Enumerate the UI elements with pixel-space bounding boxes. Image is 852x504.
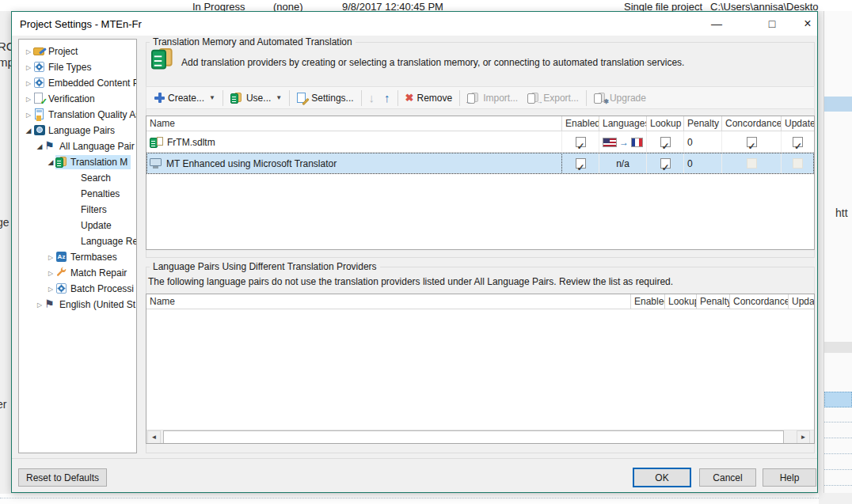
expander-collapsed-icon[interactable]: ▷ [24, 48, 33, 55]
column-header-name[interactable]: Name [146, 294, 631, 309]
tree-item-penalties[interactable]: Penalties [19, 186, 136, 202]
upgrade-label: Upgrade [610, 93, 646, 104]
expander-expanded-icon[interactable]: ◢ [24, 127, 33, 135]
screen: In Progress (none) 9/8/2017 12:40:45 PM … [0, 0, 852, 504]
close-button[interactable]: × [792, 12, 823, 36]
tree-item-language-resources[interactable]: Language Res [19, 233, 136, 249]
tree-item-label: All Language Pair [59, 141, 135, 152]
tree-item-filters[interactable]: Filters [19, 202, 136, 218]
column-header-enabled[interactable]: Enabled [631, 294, 665, 309]
bg-dotted-line [824, 485, 852, 486]
create-button[interactable]: Create... ▼ [150, 89, 220, 108]
reset-to-defaults-button[interactable]: Reset to Defaults [18, 468, 107, 487]
bg-gray-row [824, 342, 852, 353]
scrollbar-thumb[interactable] [163, 430, 784, 444]
update-checkbox[interactable] [793, 158, 803, 169]
tree-item-english-united-states[interactable]: ▷ ⚑ English (United St [19, 297, 136, 313]
column-header-update[interactable]: Upda [789, 294, 814, 309]
tree-item-language-pairs[interactable]: ◢ Language Pairs [19, 123, 136, 138]
tree-item-label: Search [81, 172, 111, 184]
tree-item-translation-memory[interactable]: ◢ Translation M [19, 154, 136, 170]
move-up-button[interactable]: ↑ [379, 89, 395, 108]
tree-item-all-language-pairs[interactable]: ◢ ⚑ All Language Pair [19, 138, 136, 154]
minimize-button[interactable]: — [701, 12, 732, 36]
document-edit-icon [297, 93, 308, 104]
remove-button[interactable]: ✖ Remove [401, 89, 458, 108]
table-row-selected[interactable]: MT Enhanced using Microsoft Translator n… [146, 153, 814, 174]
expander-expanded-icon[interactable]: ◢ [46, 158, 55, 166]
footer-separator [12, 458, 817, 459]
tm-group-title: Translation Memory and Automated Transla… [150, 36, 356, 47]
penalty-cell[interactable]: 0 [684, 153, 722, 174]
expander-collapsed-icon[interactable]: ▷ [24, 64, 33, 71]
tree-item-translation-quality[interactable]: ▷ Translation Quality As [19, 107, 136, 123]
bg-selected-row [824, 392, 852, 407]
horizontal-scrollbar[interactable]: ◄ ► [146, 430, 814, 443]
tree-item-batch-processing[interactable]: ▷ Batch Processi [19, 281, 136, 297]
column-header-penalty[interactable]: Penalty [684, 116, 722, 131]
expander-collapsed-icon[interactable]: ▷ [24, 80, 33, 87]
column-header-update[interactable]: Update [782, 116, 814, 131]
expander-collapsed-icon[interactable]: ▷ [46, 286, 55, 293]
lookup-checkbox[interactable] [660, 137, 671, 147]
tree-item-project[interactable]: ▷ Project [19, 44, 136, 59]
import-button[interactable]: ← Import... [462, 89, 523, 108]
column-header-lookup[interactable]: Lookup [665, 294, 697, 309]
expander-collapsed-icon[interactable]: ▷ [46, 270, 55, 277]
remove-label: Remove [417, 93, 453, 104]
tree-item-update[interactable]: Update [19, 218, 136, 233]
column-header-concordance[interactable]: Concordance [730, 294, 789, 309]
expander-expanded-icon[interactable]: ◢ [35, 142, 44, 150]
column-header-lookup[interactable]: Lookup [647, 116, 684, 131]
lookup-checkbox[interactable] [660, 158, 671, 169]
scroll-left-button[interactable]: ◄ [147, 430, 161, 444]
scroll-right-button[interactable]: ► [797, 430, 810, 444]
enabled-checkbox[interactable] [576, 158, 586, 169]
globe-icon [33, 124, 46, 137]
ok-button[interactable]: OK [633, 468, 691, 487]
concordance-checkbox[interactable] [747, 158, 757, 169]
tree-item-match-repair[interactable]: ▷ Match Repair [19, 265, 136, 281]
column-header-languages[interactable]: Languages [599, 116, 647, 131]
tree-item-file-types[interactable]: ▷ File Types [19, 59, 136, 75]
enabled-checkbox[interactable] [576, 137, 586, 147]
column-header-penalty[interactable]: Penalty [697, 294, 730, 309]
use-label: Use... [246, 93, 271, 104]
update-checkbox[interactable] [793, 137, 803, 147]
tree-item-verification[interactable]: ▷ ✓ Verification [19, 91, 136, 107]
languages-cell: n/a [599, 153, 647, 174]
expander-collapsed-icon[interactable]: ▷ [24, 112, 33, 119]
tree-item-termbases[interactable]: ▷ Az Termbases [19, 249, 136, 265]
maximize-button[interactable]: □ [756, 12, 788, 36]
remove-x-icon: ✖ [405, 92, 414, 104]
lp-description: The following language pairs do not use … [148, 276, 673, 287]
tree-item-search[interactable]: Search [19, 170, 136, 186]
help-button[interactable]: Help [763, 468, 816, 487]
background-bottom-strip [0, 494, 819, 504]
provider-name: MT Enhanced using Microsoft Translator [166, 153, 337, 174]
bg-dotted-line [824, 469, 852, 470]
upgrade-button[interactable]: ✱ Upgrade [589, 89, 651, 108]
table-row[interactable]: FrTM.sdltm → 0 [146, 131, 814, 153]
penalty-cell[interactable]: 0 [684, 131, 722, 153]
expander-collapsed-icon[interactable]: ▷ [24, 96, 33, 103]
column-header-concordance[interactable]: Concordance [722, 116, 782, 131]
expander-collapsed-icon[interactable]: ▷ [46, 254, 55, 261]
toolbar-separator [223, 90, 223, 106]
clipboard-icon [33, 108, 46, 121]
chevron-down-icon[interactable]: ▼ [209, 94, 215, 101]
column-header-name[interactable]: Name [146, 116, 562, 131]
database-icon [230, 93, 243, 104]
move-down-button[interactable]: ↓ [364, 89, 380, 108]
settings-button[interactable]: Settings... [292, 89, 358, 108]
expander-collapsed-icon[interactable]: ▷ [35, 301, 44, 309]
table-header-row: Name Enabled Lookup Penalty Concordance … [146, 294, 814, 309]
export-button[interactable]: → Export... [523, 89, 584, 108]
column-header-enabled[interactable]: Enabled [562, 116, 599, 131]
chevron-down-icon[interactable]: ▼ [276, 94, 282, 101]
cancel-button[interactable]: Cancel [699, 468, 756, 487]
toolbar-separator [586, 90, 587, 106]
use-button[interactable]: Use... ▼ [226, 89, 287, 108]
concordance-checkbox[interactable] [747, 137, 757, 147]
tree-item-embedded-content[interactable]: ▷ Embedded Content P [19, 75, 136, 91]
